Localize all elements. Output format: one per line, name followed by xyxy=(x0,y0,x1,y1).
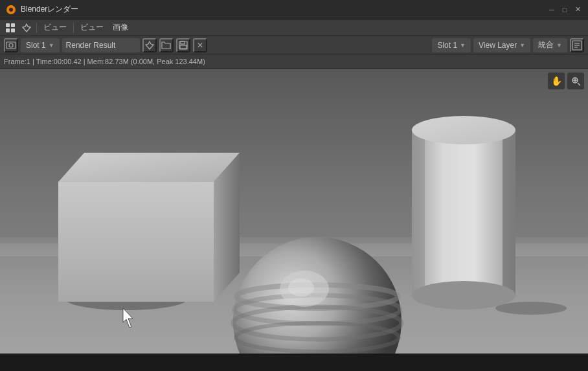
window-controls: ─ □ ✕ xyxy=(547,5,583,15)
slot-dropdown[interactable]: Slot 1 ▼ xyxy=(21,38,60,52)
svg-rect-27 xyxy=(503,130,515,295)
pan-icon: ✋ xyxy=(551,76,562,86)
compositing-chevron-icon: ▼ xyxy=(556,42,562,49)
close-icon: ✕ xyxy=(197,41,203,50)
view-layer-label: View Layer xyxy=(479,41,517,50)
folder-button[interactable] xyxy=(159,38,174,52)
right-toolbar: ✋ xyxy=(548,73,584,89)
pan-tool-button[interactable]: ✋ xyxy=(548,73,565,89)
svg-point-28 xyxy=(412,116,515,144)
svg-rect-6 xyxy=(11,28,15,32)
close-render-button[interactable]: ✕ xyxy=(193,38,207,52)
minimize-button[interactable]: ─ xyxy=(547,5,557,15)
status-bar: Frame:1 | Time:00:00.42 | Mem:82.73M (0.… xyxy=(0,54,588,69)
slot-1-label: Slot 1 xyxy=(437,41,457,50)
right-controls: Slot 1 ▼ View Layer ▼ 統合 ▼ xyxy=(432,38,584,52)
svg-point-29 xyxy=(412,281,515,309)
svg-rect-4 xyxy=(11,23,15,27)
pin-render-button[interactable] xyxy=(142,38,157,52)
header-bar: Slot 1 ▼ Render Result xyxy=(0,36,588,54)
svg-rect-25 xyxy=(412,130,515,295)
svg-rect-11 xyxy=(180,45,187,49)
svg-point-24 xyxy=(495,302,567,315)
view-layer-dropdown[interactable]: View Layer ▼ xyxy=(473,38,530,52)
compositing-label: 統合 xyxy=(538,39,554,51)
svg-marker-20 xyxy=(58,182,214,302)
image-type-button[interactable] xyxy=(4,38,18,52)
zoom-tool-button[interactable] xyxy=(567,73,584,89)
save-button[interactable] xyxy=(176,38,190,52)
render-name-field[interactable]: Render Result xyxy=(62,38,140,52)
close-button[interactable]: ✕ xyxy=(572,5,583,15)
app-title: Blenderレンダー xyxy=(21,4,78,15)
slot-1-dropdown[interactable]: Slot 1 ▼ xyxy=(432,38,471,52)
image-menu[interactable]: 画像 xyxy=(109,21,132,34)
maximize-button[interactable]: □ xyxy=(560,5,570,15)
menu-separator-2 xyxy=(73,23,74,33)
svg-rect-10 xyxy=(181,41,185,44)
settings-button[interactable] xyxy=(570,38,584,52)
menu-bar: ビュー ビュー 画像 xyxy=(0,19,588,36)
svg-rect-26 xyxy=(412,130,425,295)
title-bar: Blenderレンダー ─ □ ✕ xyxy=(0,0,588,19)
compositing-dropdown[interactable]: 統合 ▼ xyxy=(533,38,567,52)
svg-line-43 xyxy=(578,83,580,85)
svg-point-1 xyxy=(9,8,13,12)
blender-logo-icon xyxy=(5,4,17,16)
svg-point-37 xyxy=(288,278,314,297)
render-result-label: Render Result xyxy=(66,41,116,50)
render-result-section: Slot 1 ▼ Render Result xyxy=(4,38,429,52)
svg-rect-3 xyxy=(6,23,10,27)
status-text: Frame:1 | Time:00:00.42 | Mem:82.73M (0.… xyxy=(4,58,205,65)
slot1-chevron-icon: ▼ xyxy=(460,42,466,49)
slot-label: Slot 1 xyxy=(26,41,46,50)
scene-svg xyxy=(0,69,588,354)
menu-separator-1 xyxy=(36,23,37,33)
slot-chevron-icon: ▼ xyxy=(49,42,54,49)
app-window: Blenderレンダー ─ □ ✕ ビュー ビュー 画像 xyxy=(0,0,588,354)
render-canvas[interactable]: ✋ xyxy=(0,69,588,354)
view-menu-1[interactable]: ビュー xyxy=(40,21,71,34)
title-bar-left: Blenderレンダー xyxy=(5,4,78,16)
pin-button[interactable] xyxy=(19,21,34,34)
svg-point-8 xyxy=(9,43,13,47)
view-menu-2[interactable]: ビュー xyxy=(76,21,107,34)
svg-marker-21 xyxy=(58,153,240,182)
svg-rect-5 xyxy=(6,28,10,32)
zoom-icon xyxy=(571,76,581,86)
editor-type-button[interactable] xyxy=(3,21,18,34)
view-layer-chevron-icon: ▼ xyxy=(519,42,525,49)
